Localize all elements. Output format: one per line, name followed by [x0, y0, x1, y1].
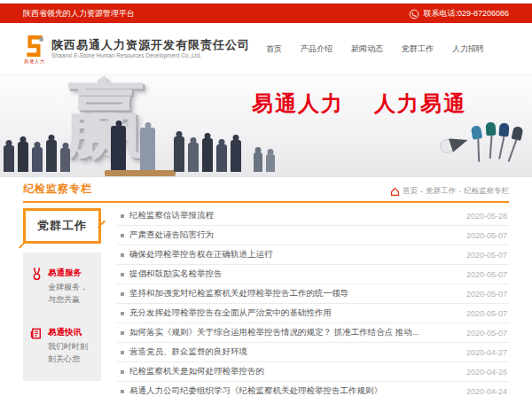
article-row[interactable]: 营造党员、群众监督的良好环境 2020-04-27 — [117, 343, 509, 362]
megaphone-icon — [449, 133, 470, 151]
sidebar-item-title: 易通服务 — [48, 268, 94, 279]
microphone-icon — [485, 122, 496, 136]
breadcrumb-party[interactable]: 党群工作 — [426, 186, 456, 197]
nav-item-news[interactable]: 新闻动态 — [351, 43, 383, 55]
article-row[interactable]: 易通人力公司纪委组织学习《纪检监察机关处理检举控告工作规则》 2020-04-2… — [117, 382, 509, 396]
article-date: 2020-05-07 — [466, 309, 507, 318]
bullet-icon — [121, 331, 124, 335]
nav-item-home[interactable]: 首页 — [266, 43, 282, 55]
article-title[interactable]: 易通人力公司纪委组织学习《纪检监察机关处理检举控告工作规则》 — [129, 385, 466, 396]
news-icon — [30, 327, 43, 340]
nav-item-products[interactable]: 产品介绍 — [301, 43, 332, 55]
person-figure — [216, 144, 227, 172]
article-date: 2020-05-07 — [466, 329, 507, 338]
logo-caption: 易通人力 — [24, 58, 45, 64]
microphone-icon — [498, 123, 509, 137]
slogan-part-2: 人力易通 — [374, 91, 466, 115]
article-date: 2020-04-24 — [466, 387, 507, 396]
breadcrumb: 首页 - 党群工作 - 纪检监察专栏 — [390, 186, 509, 197]
nav-item-recruit[interactable]: 人力招聘 — [452, 43, 484, 55]
phone-number: 联系电话:029-87206086 — [423, 8, 509, 19]
breadcrumb-separator: - — [420, 187, 423, 196]
company-name-block: 陕西易通人力资源开发有限责任公司 Shaanxi E-Stone Human R… — [51, 39, 250, 58]
section-header: 纪检监察专栏 首页 - 党群工作 - 纪检监察专栏 — [23, 182, 509, 203]
bullet-icon — [121, 273, 124, 276]
person-figure — [266, 154, 275, 172]
bullet-icon — [121, 351, 124, 354]
article-row[interactable]: 纪检监察机关是如何处理检举控告的 2020-04-26 — [117, 362, 509, 382]
bullet-icon — [121, 234, 124, 237]
article-row[interactable]: 充分发挥处理检举控告在全面从严治党中的基础性作用 2020-05-07 — [117, 304, 509, 323]
person-figure-handshake — [111, 126, 126, 172]
article-title[interactable]: 纪检监察机关是如何处理检举控告的 — [129, 366, 466, 377]
person-figure — [188, 143, 199, 172]
person-figure — [46, 140, 57, 172]
content-area: 纪检监察专栏 首页 - 党群工作 - 纪检监察专栏 党群工作 — [0, 177, 532, 396]
sidebar-item-desc: 金牌服务，与您共赢 — [48, 282, 94, 306]
person-figure — [174, 136, 184, 172]
article-date: 2020-05-07 — [466, 290, 507, 299]
person-figure — [202, 138, 213, 172]
article-title[interactable]: 纪检监察信访举报流程 — [129, 210, 466, 221]
article-row[interactable]: 如何落实《规则》关于综合运用检举控告情况的规定？ 抓准工作结合点 推动... 2… — [117, 323, 509, 343]
person-figure — [60, 148, 70, 172]
breadcrumb-current: 纪检监察专栏 — [464, 186, 509, 197]
article-date: 2020-05-07 — [466, 270, 507, 279]
article-row[interactable]: 提倡和鼓励实名检举控告 2020-05-07 — [117, 265, 509, 284]
microphone-icon — [471, 125, 482, 140]
medal-icon — [30, 268, 43, 281]
bullet-icon — [121, 292, 124, 296]
article-date: 2020-05-07 — [466, 251, 507, 260]
article-list: 纪检监察信访举报流程 2020-05-28 严肃查处诬告陷害行为 2020-05… — [117, 206, 509, 396]
home-icon — [390, 187, 400, 197]
breadcrumb-home[interactable]: 首页 — [403, 186, 418, 197]
company-name-en: Shaanxi E-Stone Human Resources Developm… — [51, 52, 250, 58]
sidebar-item-service[interactable]: 易通服务 金牌服务，与您共赢 — [30, 268, 94, 306]
slogan-part-1: 易通人力 — [252, 91, 344, 115]
person-figure — [32, 147, 43, 172]
bullet-icon — [121, 253, 124, 257]
article-row[interactable]: 纪检监察信访举报流程 2020-05-28 — [117, 206, 509, 226]
company-name-cn: 陕西易通人力资源开发有限责任公司 — [51, 39, 250, 52]
sidebar-item-news[interactable]: 易通快讯 我们时时刻刻关心您 — [30, 327, 94, 365]
microphone-icon — [512, 126, 524, 141]
top-bar: 陕西省领先的人力资源管理平台 联系电话:029-87206086 — [0, 4, 532, 23]
person-figure — [4, 145, 14, 172]
article-row[interactable]: 严肃查处诬告陷害行为 2020-05-07 — [117, 226, 509, 245]
article-date: 2020-04-27 — [466, 348, 507, 357]
article-row[interactable]: 坚持和加强党对纪检监察机关处理检举控告工作的统一领导 2020-05-07 — [117, 284, 509, 304]
person-figure — [18, 142, 28, 172]
sidebar-title: 党群工作 — [23, 208, 101, 244]
article-date: 2020-04-26 — [466, 368, 507, 377]
article-row[interactable]: 确保处理检举控告权在正确轨道上运行 2020-05-07 — [117, 245, 509, 265]
article-title[interactable]: 营造党员、群众监督的良好环境 — [129, 346, 466, 358]
sidebar-item-desc: 我们时时刻刻关心您 — [48, 341, 94, 365]
article-date: 2020-05-07 — [466, 231, 507, 240]
phone-icon — [409, 9, 419, 19]
bullet-icon — [121, 312, 124, 315]
article-date: 2020-05-28 — [466, 212, 507, 221]
article-title[interactable]: 坚持和加强党对纪检监察机关处理检举控告工作的统一领导 — [129, 288, 466, 299]
site-header: 易通人力 陕西易通人力资源开发有限责任公司 Shaanxi E-Stone Hu… — [0, 23, 532, 75]
logo-icon — [23, 35, 46, 58]
site-tagline: 陕西省领先的人力资源管理平台 — [23, 8, 135, 19]
company-logo[interactable]: 易通人力 — [23, 35, 46, 64]
person-figure — [231, 140, 241, 172]
bullet-icon — [121, 214, 124, 218]
sidebar-panel: 易通服务 金牌服务，与您共赢 易通快讯 我们时时刻刻关心您 — [23, 252, 101, 381]
person-figure — [254, 152, 262, 172]
hero-banner: 赢 易通人力人力易通 — [0, 75, 532, 177]
article-title[interactable]: 严肃查处诬告陷害行为 — [129, 229, 466, 241]
page-title: 纪检监察专栏 — [23, 182, 92, 197]
banner-win-character: 赢 — [64, 75, 149, 177]
article-title[interactable]: 确保处理检举控告权在正确轨道上运行 — [129, 249, 466, 260]
bullet-icon — [121, 390, 124, 393]
article-title[interactable]: 充分发挥处理检举控告在全面从严治党中的基础性作用 — [129, 307, 466, 319]
article-title[interactable]: 提倡和鼓励实名检举控告 — [129, 268, 466, 280]
nav-item-party[interactable]: 党群工作 — [402, 43, 434, 55]
article-title[interactable]: 如何落实《规则》关于综合运用检举控告情况的规定？ 抓准工作结合点 推动... — [129, 327, 466, 338]
sidebar: 党群工作 易通服务 金牌服务，与您共赢 — [23, 206, 101, 396]
sidebar-item-title: 易通快讯 — [48, 327, 94, 338]
desk-illustration — [105, 170, 176, 176]
person-figure-handshake — [140, 128, 155, 172]
